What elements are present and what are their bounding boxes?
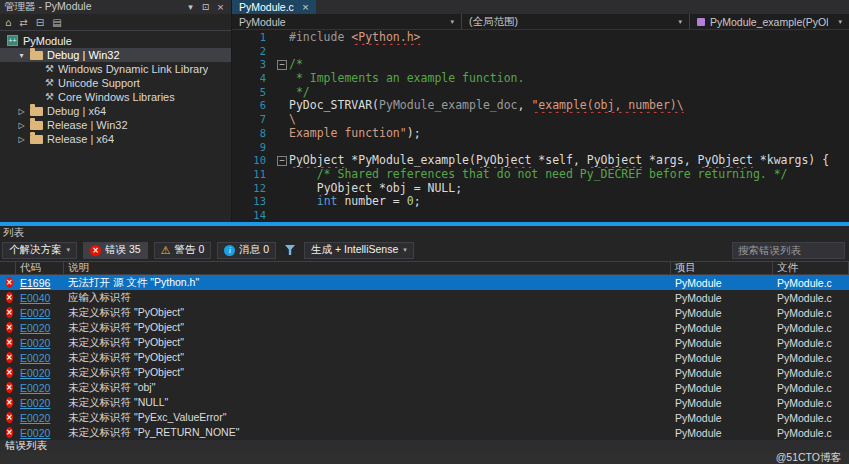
line-number[interactable]: 2 (232, 45, 276, 59)
code-text[interactable]: Example function"); (289, 127, 849, 141)
error-row[interactable]: ×E0020未定义标识符 "NULL"PyModulePyModule.c (0, 395, 849, 410)
properties-icon[interactable]: ▤ (52, 17, 61, 28)
line-number[interactable]: 14 (232, 209, 276, 222)
chevron-right-icon[interactable]: ▷ (17, 107, 26, 116)
error-row[interactable]: ×E0020未定义标识符 "PyObject"PyModulePyModule.… (0, 305, 849, 320)
code-text[interactable] (289, 45, 849, 59)
tree-item-unicode-support[interactable]: ⚒Unicode Support (0, 76, 231, 90)
source-filter-dropdown[interactable]: 生成 + IntelliSense ▾ (304, 242, 414, 259)
error-code-link[interactable]: E0040 (16, 292, 64, 304)
tree-item-debug-x64[interactable]: ▷Debug | x64 (0, 104, 231, 118)
code-text[interactable]: #include <Python.h> (289, 31, 849, 45)
chevron-right-icon[interactable]: ▷ (17, 121, 26, 130)
line-number[interactable]: 8 (232, 127, 276, 141)
cell-icon: × (0, 337, 16, 348)
messages-filter-button[interactable]: i 消息 0 (217, 242, 276, 259)
error-row[interactable]: ×E0020未定义标识符 "obj"PyModulePyModule.c (0, 380, 849, 395)
line-number[interactable]: 1 (232, 31, 276, 45)
code-text[interactable]: int number = 0; (289, 195, 849, 209)
error-row[interactable]: ×E0020未定义标识符 "PyObject"PyModulePyModule.… (0, 335, 849, 350)
fold-collapse-icon[interactable] (276, 154, 289, 168)
window-menu-icon[interactable]: ▾ (184, 2, 197, 12)
collapse-all-icon[interactable]: ⊟ (36, 17, 44, 28)
error-code-link[interactable]: E0020 (16, 397, 64, 409)
tree-item-windows-dynamic-link-library[interactable]: ⚒Windows Dynamic Link Library (0, 62, 231, 76)
error-row[interactable]: ×E0020未定义标识符 "PyObject"PyModulePyModule.… (0, 350, 849, 365)
scope-dropdown[interactable]: (全局范围) ▾ (462, 14, 690, 29)
pin-icon[interactable]: ⊡ (199, 2, 212, 12)
code-text[interactable]: */ (289, 86, 849, 100)
error-row[interactable]: ×E0020未定义标识符 "PyExc_ValueError"PyModuleP… (0, 410, 849, 425)
code-text[interactable] (289, 209, 849, 222)
header-file[interactable]: 文件 (773, 262, 849, 274)
line-number[interactable]: 10 (232, 154, 276, 168)
line-number[interactable]: 7 (232, 113, 276, 127)
scope-filter-dropdown[interactable]: 个解决方案 ▾ (2, 242, 77, 259)
code-token: number = (337, 195, 406, 208)
project-dropdown[interactable]: PyModule ▾ (232, 14, 462, 29)
error-code-link[interactable]: E0020 (16, 337, 64, 349)
line-number[interactable]: 5 (232, 86, 276, 100)
code-text[interactable]: * Implements an example function. (289, 72, 849, 86)
error-row[interactable]: ×E0020未定义标识符 "PyObject"PyModulePyModule.… (0, 365, 849, 380)
error-row[interactable]: ×E1696无法打开 源 文件 "Python.h"PyModulePyModu… (0, 275, 849, 290)
error-row[interactable]: ×E0020未定义标识符 "PyObject"PyModulePyModule.… (0, 320, 849, 335)
error-code-link[interactable]: E0020 (16, 412, 64, 424)
code-text[interactable] (289, 141, 849, 155)
chevron-down-icon[interactable]: ▾ (17, 51, 26, 60)
warnings-filter-button[interactable]: ⚠ 警告 0 (154, 242, 212, 259)
tree-item-release-win32[interactable]: ▷Release | Win32 (0, 118, 231, 132)
code-text[interactable]: PyObject *obj = NULL; (289, 182, 849, 196)
tree-item-core-windows-libraries[interactable]: ⚒Core Windows Libraries (0, 90, 231, 104)
error-file: PyModule.c (773, 427, 849, 439)
search-input[interactable] (732, 242, 845, 259)
error-code-link[interactable]: E0020 (16, 307, 64, 319)
tab-pymodule-c[interactable]: PyModule.c × (232, 0, 316, 14)
tree-item-debug-win32[interactable]: ▾Debug | Win32 (0, 48, 231, 62)
tree-item-release-x64[interactable]: ▷Release | x64 (0, 132, 231, 146)
scope-dropdown-value: (全局范围) (469, 15, 518, 29)
code-text[interactable]: \ (289, 113, 849, 127)
error-code-link[interactable]: E0020 (16, 322, 64, 334)
line-number[interactable]: 9 (232, 141, 276, 155)
header-description[interactable]: 说明 (64, 262, 671, 274)
line-number[interactable]: 13 (232, 195, 276, 209)
error-code-link[interactable]: E0020 (16, 367, 64, 379)
errors-filter-button[interactable]: × 错误 35 (83, 242, 148, 259)
error-file: PyModule.c (773, 337, 849, 349)
dock-tab-error-list[interactable]: 错误列表 (0, 440, 849, 452)
close-icon[interactable]: × (214, 2, 227, 12)
line-number[interactable]: 6 (232, 99, 276, 113)
error-code-link[interactable]: E0020 (16, 352, 64, 364)
header-code[interactable]: 代码 (16, 262, 64, 274)
line-number[interactable]: 11 (232, 168, 276, 182)
error-project: PyModule (671, 277, 773, 289)
code-text[interactable]: /* Shared references that do not need Py… (289, 168, 849, 182)
line-number[interactable]: 3 (232, 58, 276, 72)
fold-collapse-icon[interactable] (276, 58, 289, 72)
solution-explorer-panel: 管理器 - PyModule ▾ ⊡ × ⌂ ⇄ ⊟ ▤ ++ PyModule… (0, 0, 232, 222)
close-icon[interactable]: × (302, 2, 310, 12)
header-project[interactable]: 项目 (671, 262, 773, 274)
error-row[interactable]: ×E0040应输入标识符PyModulePyModule.c (0, 290, 849, 305)
line-number[interactable]: 4 (232, 72, 276, 86)
chevron-right-icon[interactable]: ▷ (17, 135, 26, 144)
line-number[interactable]: 12 (232, 182, 276, 196)
filter-icon[interactable] (285, 245, 295, 255)
code-line: 13 int number = 0; (232, 195, 849, 209)
error-code-link[interactable]: E0020 (16, 427, 64, 439)
error-code-link[interactable]: E0020 (16, 382, 64, 394)
fold-margin (276, 113, 289, 127)
code-editor[interactable]: 1#include <Python.h>23/*4 * Implements a… (232, 30, 849, 222)
error-row[interactable]: ×E0020未定义标识符 "Py_RETURN_NONE"PyModulePyM… (0, 425, 849, 440)
tree-item-pymodule-root[interactable]: ++ PyModule (0, 33, 231, 48)
home-icon[interactable]: ⌂ (5, 17, 11, 28)
error-icon: × (6, 427, 13, 438)
header-icon-col[interactable] (0, 262, 16, 274)
sync-icon[interactable]: ⇄ (19, 17, 27, 28)
code-text[interactable]: PyDoc_STRVAR(PyModule_example_doc, "exam… (289, 99, 849, 113)
error-code-link[interactable]: E1696 (16, 277, 64, 289)
member-dropdown[interactable]: PyModule_example(PyObject * ▾ (690, 14, 849, 29)
code-text[interactable]: /* (289, 58, 849, 72)
code-text[interactable]: PyObject *PyModule_example(PyObject *sel… (289, 154, 849, 168)
